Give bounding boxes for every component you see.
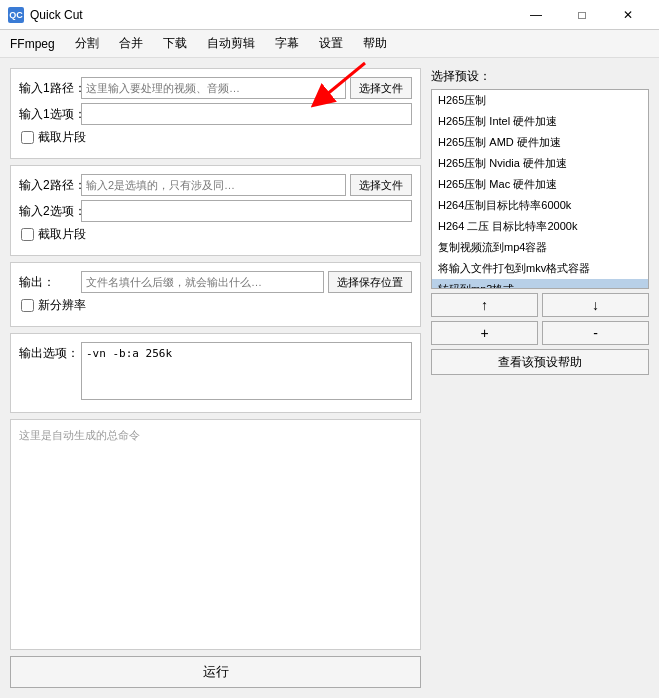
output-select-btn[interactable]: 选择保存位置 [328,271,412,293]
input1-options-input[interactable] [81,103,412,125]
menu-item-字幕[interactable]: 字幕 [265,30,309,57]
menu-item-设置[interactable]: 设置 [309,30,353,57]
new-resolution-label: 新分辨率 [38,297,86,314]
preset-up-btn[interactable]: ↑ [431,293,538,317]
menu-item-下载[interactable]: 下载 [153,30,197,57]
input1-label: 输入1路径： [19,80,77,97]
preset-item[interactable]: 将输入文件打包到mkv格式容器 [432,258,648,279]
input2-options-label: 输入2选项： [19,203,77,220]
command-box: 这里是自动生成的总命令 [10,419,421,650]
window-controls: — □ ✕ [513,0,651,30]
input2-section: 输入2路径： 选择文件 输入2选项： 截取片段 [10,165,421,256]
app-icon: QC [8,7,24,23]
output-label: 输出： [19,274,77,291]
output-section: 输出： 选择保存位置 新分辨率 [10,262,421,327]
app-title: Quick Cut [30,8,513,22]
maximize-button[interactable]: □ [559,0,605,30]
input2-options-row: 输入2选项： [19,200,412,222]
input2-select-btn[interactable]: 选择文件 [350,174,412,196]
preset-item[interactable]: H265压制 AMD 硬件加速 [432,132,648,153]
menu-bar: FFmpeg分割合并下载自动剪辑字幕设置帮助 [0,30,659,58]
input1-options-row: 输入1选项： [19,103,412,125]
run-btn-container: 运行 [10,656,421,688]
preset-item[interactable]: 复制视频流到mp4容器 [432,237,648,258]
clip2-row: 截取片段 [19,226,412,243]
title-bar: QC Quick Cut — □ ✕ [0,0,659,30]
clip1-checkbox[interactable] [21,131,34,144]
preset-item[interactable]: H264压制目标比特率6000k [432,195,648,216]
clip1-row: 截取片段 [19,129,412,146]
input2-options-input[interactable] [81,200,412,222]
preset-add-remove-controls: + - [431,321,649,345]
preset-label: 选择预设： [431,68,649,85]
preset-down-btn[interactable]: ↓ [542,293,649,317]
preset-help-btn[interactable]: 查看该预设帮助 [431,349,649,375]
output-path[interactable] [81,271,324,293]
output-options-row: 输出选项： -vn -b:a 256k [19,342,412,400]
new-resolution-row: 新分辨率 [19,297,412,314]
preset-move-controls: ↑ ↓ [431,293,649,317]
output-options-section: 输出选项： -vn -b:a 256k [10,333,421,413]
preset-item[interactable]: 转码到mp3格式 [432,279,648,289]
input1-path[interactable] [81,77,346,99]
menu-item-分割[interactable]: 分割 [65,30,109,57]
menu-item-帮助[interactable]: 帮助 [353,30,397,57]
menu-item-FFmpeg[interactable]: FFmpeg [0,30,65,57]
preset-item[interactable]: H265压制 [432,90,648,111]
preset-item[interactable]: H265压制 Intel 硬件加速 [432,111,648,132]
clip2-label: 截取片段 [38,226,86,243]
close-button[interactable]: ✕ [605,0,651,30]
minimize-button[interactable]: — [513,0,559,30]
clip2-checkbox[interactable] [21,228,34,241]
input2-path[interactable] [81,174,346,196]
preset-item[interactable]: H265压制 Mac 硬件加速 [432,174,648,195]
preset-list[interactable]: H265压制H265压制 Intel 硬件加速H265压制 AMD 硬件加速H2… [431,89,649,289]
command-placeholder: 这里是自动生成的总命令 [19,429,140,441]
preset-add-btn[interactable]: + [431,321,538,345]
output-row: 输出： 选择保存位置 [19,271,412,293]
new-resolution-checkbox[interactable] [21,299,34,312]
clip1-label: 截取片段 [38,129,86,146]
input2-row: 输入2路径： 选择文件 [19,174,412,196]
input1-options-label: 输入1选项： [19,106,77,123]
input2-label: 输入2路径： [19,177,77,194]
output-options-textarea[interactable]: -vn -b:a 256k [81,342,412,400]
output-options-label: 输出选项： [19,342,77,362]
input1-section: 输入1路径： 选择文件 输入1选项： 截取片段 [10,68,421,159]
preset-remove-btn[interactable]: - [542,321,649,345]
right-panel: 选择预设： H265压制H265压制 Intel 硬件加速H265压制 AMD … [431,68,649,688]
left-panel: 输入1路径： 选择文件 输入1选项： 截取片段 输入2路径： 选择文件 输入2选… [10,68,421,688]
input1-row: 输入1路径： 选择文件 [19,77,412,99]
input1-select-btn[interactable]: 选择文件 [350,77,412,99]
menu-item-自动剪辑[interactable]: 自动剪辑 [197,30,265,57]
menu-item-合并[interactable]: 合并 [109,30,153,57]
run-button[interactable]: 运行 [10,656,421,688]
preset-item[interactable]: H265压制 Nvidia 硬件加速 [432,153,648,174]
preset-item[interactable]: H264 二压 目标比特率2000k [432,216,648,237]
